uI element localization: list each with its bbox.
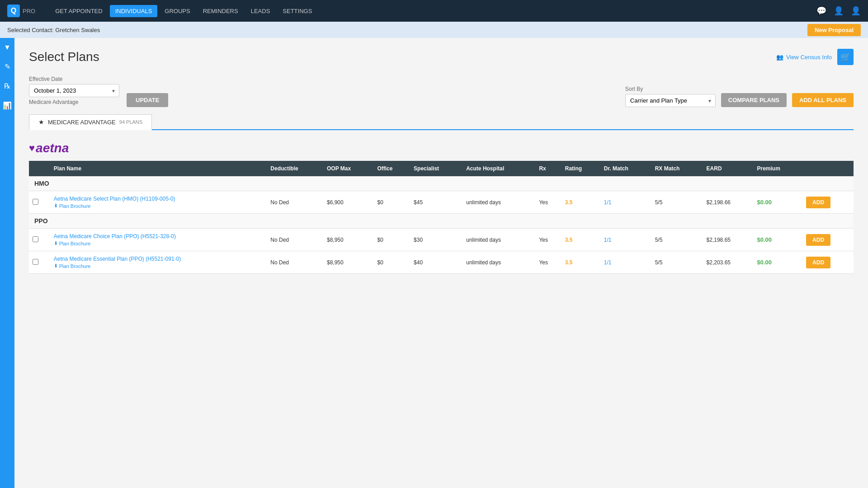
dr-match-value: 1/1 (604, 259, 612, 266)
page-header: Select Plans 👥 View Census Info 🛒 (29, 49, 854, 65)
rating-value: 3.5 (565, 259, 573, 266)
profile-icon[interactable]: 👤 (851, 6, 861, 16)
sort-by-select-wrapper: Carrier and Plan Type (625, 94, 716, 107)
dr-match-cell: 1/1 (600, 191, 651, 214)
rx-match-cell: 5/5 (651, 191, 703, 214)
col-checkbox (29, 161, 50, 176)
col-rx-match: RX Match (651, 161, 703, 176)
add-plan-button[interactable]: ADD (806, 257, 830, 268)
ppo-label: PPO (29, 214, 854, 229)
col-specialist: Specialist (410, 161, 462, 176)
row-checkbox[interactable] (33, 199, 38, 205)
col-rx: Rx (535, 161, 561, 176)
rx-cell: Yes (535, 191, 561, 214)
col-action (802, 161, 854, 176)
premium-value: $0.00 (757, 236, 772, 243)
nav-individuals[interactable]: INDIVIDUALS (110, 5, 158, 17)
dr-match-cell: 1/1 (600, 251, 651, 274)
col-acute-hospital: Acute Hospital (462, 161, 535, 176)
col-plan-name: Plan Name (50, 161, 267, 176)
aetna-heart-icon: ♥ (29, 142, 35, 154)
nav-groups[interactable]: GROUPS (159, 5, 195, 17)
tab-medicare-advantage[interactable]: ★ MEDICARE ADVANTAGE 94 PLANS (29, 114, 152, 130)
add-plan-button[interactable]: ADD (806, 234, 830, 246)
row-checkbox[interactable] (33, 259, 38, 265)
nav-settings[interactable]: SETTINGS (277, 5, 317, 17)
col-deductible: Deductible (267, 161, 323, 176)
table-row: Aetna Medicare Essential Plan (PPO) (H55… (29, 251, 854, 274)
main-layout: ▼ ✎ ℞ 📊 Select Plans 👥 View Census Info … (0, 38, 868, 488)
effective-date-select-wrapper: October 1, 2023 (29, 84, 119, 97)
nav-right-icons: 💬 👤 👤 (816, 6, 861, 16)
compare-plans-button[interactable]: COMPARE PLANS (721, 93, 787, 107)
view-census-link[interactable]: 👥 View Census Info (776, 54, 832, 61)
left-sidebar: ▼ ✎ ℞ 📊 (0, 38, 14, 488)
plan-type-hmo-row: HMO (29, 176, 854, 191)
new-proposal-button[interactable]: New Proposal (807, 24, 861, 36)
specialist-cell: $40 (410, 251, 462, 274)
chat-icon[interactable]: 💬 (816, 6, 826, 16)
plan-name-link[interactable]: Aetna Medicare Essential Plan (PPO) (H55… (54, 256, 264, 262)
deductible-cell: No Ded (267, 191, 323, 214)
sort-by-select[interactable]: Carrier and Plan Type (625, 94, 716, 107)
nav-get-appointed[interactable]: GET APPOINTED (50, 5, 108, 17)
acute-hospital-cell: unlimited days (462, 191, 535, 214)
logo-pro: PRO (23, 8, 35, 14)
oop-max-cell: $8,950 (323, 251, 373, 274)
plan-brochure-link[interactable]: ⬇ Plan Brochure (54, 203, 264, 209)
contact-name: Gretchen Swales (55, 27, 100, 33)
effective-date-select[interactable]: October 1, 2023 (29, 84, 119, 97)
main-content: Select Plans 👥 View Census Info 🛒 Effect… (14, 38, 868, 488)
effective-date-label: Effective Date (29, 76, 119, 82)
sidebar-edit-icon[interactable]: ✎ (3, 61, 12, 73)
rating-value: 3.5 (565, 199, 573, 206)
add-all-plans-button[interactable]: ADD ALL PLANS (792, 93, 854, 107)
col-oop-max: OOP Max (323, 161, 373, 176)
add-btn-cell: ADD (802, 191, 854, 214)
carrier-logo: ♥aetna (29, 141, 854, 155)
row-checkbox-cell (29, 191, 50, 214)
row-checkbox[interactable] (33, 236, 38, 242)
col-eard: EARD (703, 161, 754, 176)
carrier-aetna-section: ♥aetna Plan Name Deductible OOP Max Offi… (29, 141, 854, 274)
sidebar-chart-icon[interactable]: 📊 (1, 99, 14, 112)
acute-hospital-cell: unlimited days (462, 251, 535, 274)
rx-match-cell: 5/5 (651, 251, 703, 274)
sidebar-filter-icon[interactable]: ▼ (2, 42, 13, 53)
plan-name-link[interactable]: Aetna Medicare Choice Plan (PPO) (H5521-… (54, 233, 264, 239)
plan-name-cell: Aetna Medicare Choice Plan (PPO) (H5521-… (50, 229, 267, 251)
page-title: Select Plans (29, 50, 99, 64)
plan-name-link[interactable]: Aetna Medicare Select Plan (HMO) (H1109-… (54, 196, 264, 202)
sidebar-rx-icon[interactable]: ℞ (2, 80, 12, 92)
rating-cell: 3.5 (561, 191, 600, 214)
col-premium: Premium (753, 161, 802, 176)
nav-leads[interactable]: LEADS (245, 5, 276, 17)
nav-reminders[interactable]: REMINDERS (198, 5, 244, 17)
tab-icon: ★ (38, 118, 44, 126)
filters-row: Effective Date October 1, 2023 Medicare … (29, 76, 854, 107)
premium-cell: $0.00 (753, 251, 802, 274)
rx-match-cell: 5/5 (651, 229, 703, 251)
cart-button[interactable]: 🛒 (837, 49, 854, 65)
table-row: Aetna Medicare Choice Plan (PPO) (H5521-… (29, 229, 854, 251)
deductible-cell: No Ded (267, 229, 323, 251)
deductible-cell: No Ded (267, 251, 323, 274)
hmo-label: HMO (29, 176, 854, 191)
col-office: Office (373, 161, 410, 176)
census-icon: 👥 (776, 54, 783, 61)
add-plan-button[interactable]: ADD (806, 197, 830, 208)
plan-brochure-link[interactable]: ⬇ Plan Brochure (54, 240, 264, 246)
user-icon[interactable]: 👤 (834, 6, 844, 16)
logo-q: Q (7, 5, 20, 17)
sort-group: Sort By Carrier and Plan Type COMPARE PL… (625, 86, 854, 107)
update-button[interactable]: UPDATE (127, 93, 168, 107)
premium-cell: $0.00 (753, 191, 802, 214)
tab-label: MEDICARE ADVANTAGE (48, 119, 116, 126)
premium-value: $0.00 (757, 259, 772, 266)
plan-type-sublabel: Medicare Advantage (29, 99, 119, 105)
contact-label-text: Selected Contact: (7, 27, 54, 33)
rx-cell: Yes (535, 229, 561, 251)
plan-brochure-link[interactable]: ⬇ Plan Brochure (54, 263, 264, 269)
col-rating: Rating (561, 161, 600, 176)
row-checkbox-cell (29, 229, 50, 251)
